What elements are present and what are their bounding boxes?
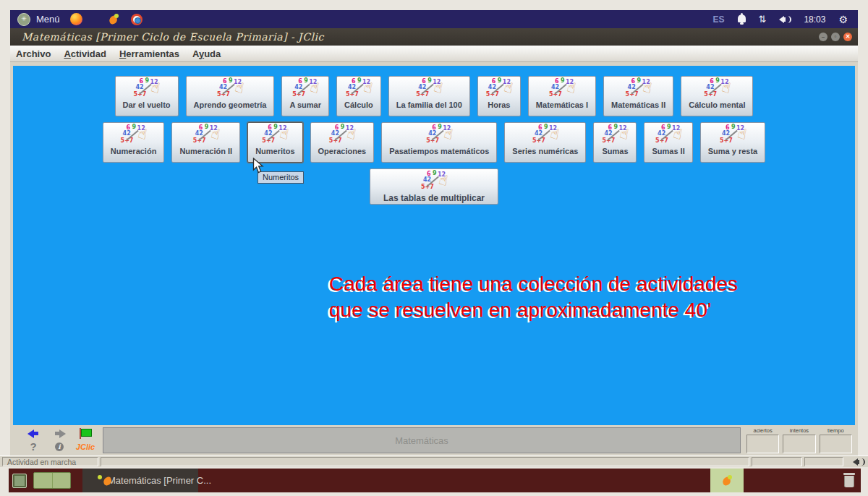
project-button-label: Sumas II [652,147,684,155]
message-text: Matemáticas [395,435,448,446]
jclic-project-icon: 6 9 12 42 5+7 ☝ [655,124,682,146]
jclic-project-icon: 6 9 12 42 5+7 ☝ [532,124,559,146]
jclic-project-icon: 6 9 12 42 5+7 ☝ [601,124,629,146]
project-button[interactable]: 6 9 12 42 5+7 ☝ La familia del 100 [388,76,470,116]
project-button-label: Series numéricas [512,147,578,155]
project-button[interactable]: 6 9 12 42 5+7 ☝ Sumas II [644,122,692,163]
panel-menu-button[interactable]: Menú [36,14,60,25]
project-button[interactable]: 6 9 12 42 5+7 ☝ Numeración [103,122,165,163]
counter-aciertos-value [746,435,779,453]
project-button[interactable]: 6 9 12 42 5+7 ☝ Matemáticas I [528,76,596,116]
project-menu-area: 6 9 12 42 5+7 ☝ Dar el vuelto 6 9 12 42 … [13,66,855,425]
project-button-label: Cálculo mental [689,101,745,109]
project-button[interactable]: 6 9 12 42 5+7 ☝ A sumar [281,76,329,116]
close-button[interactable]: ✕ [843,33,852,41]
info-button[interactable]: i [55,442,64,451]
project-button[interactable]: 6 9 12 42 5+7 ☝ Suma y resta [700,122,765,163]
project-button-label: Matemáticas I [536,101,588,109]
project-button-label: Numeración II [179,147,232,155]
jclic-project-icon: 6 9 12 42 5+7 ☝ [120,124,148,146]
jclic-project-icon: 6 9 12 42 5+7 ☝ [133,78,161,100]
keyboard-layout-indicator[interactable]: ES [712,14,724,25]
project-button-label: La familia del 100 [396,101,462,109]
active-launcher[interactable] [710,469,744,492]
desktop-top-panel: ✳ Menú ES ⇅ 18:03 ⚙ [10,10,858,28]
project-button[interactable]: 6 9 12 42 5+7 ☝ Las tablas de multiplica… [370,168,498,205]
jclic-project-icon: 6 9 12 42 5+7 ☝ [625,78,652,100]
jclic-project-icon: 6 9 12 42 5+7 ☝ [328,124,356,146]
speaker-icon[interactable] [853,458,864,466]
project-button-label: Horas [488,101,510,109]
projects-row1: 6 9 12 42 5+7 ☝ Dar el vuelto 6 9 12 42 … [13,76,855,116]
counter-intentos: intentos [783,428,815,453]
jclic-project-icon: 6 9 12 42 5+7 ☝ [216,78,244,100]
forward-arrow-button[interactable] [54,429,66,438]
project-button-label: Las tablas de multiplicar [383,193,485,203]
jclic-logo-button[interactable]: JClic [76,442,95,451]
project-button[interactable]: 6 9 12 42 5+7 ☝ Aprendo geometría [186,76,275,116]
help-button[interactable]: ? [30,441,36,452]
maximize-button[interactable]: ▫ [831,33,840,41]
back-arrow-button[interactable] [27,429,40,438]
jclic-project-icon: 6 9 12 42 5+7 ☝ [292,78,319,100]
menu-archivo[interactable]: Archivo [16,48,51,59]
project-button[interactable]: 6 9 12 42 5+7 ☝ Pasatiempos matemáticos [381,122,497,163]
clock[interactable]: 18:03 [804,14,825,25]
project-button-label: A sumar [289,101,321,109]
session-gear-icon[interactable]: ⚙ [838,14,848,25]
player-nav-buttons: ? i JClic [25,427,94,453]
firefox-icon[interactable] [70,13,82,25]
jclic-launcher-icon[interactable] [109,14,119,25]
project-button[interactable]: 6 9 12 42 5+7 ☝ Cálculo mental [681,76,753,116]
annotation-text: Cada área tiene una colección de activid… [329,271,738,323]
network-updown-icon[interactable]: ⇅ [759,14,767,25]
project-button[interactable]: 6 9 12 42 5+7 ☝ Dar el vuelto [115,76,179,116]
pointing-hand-icon: ☝ [642,80,654,95]
jclic-player-frame: 6 9 12 42 5+7 ☝ Dar el vuelto 6 9 12 42 … [10,62,858,456]
status-box-2 [752,457,802,466]
project-button[interactable]: 6 9 12 42 5+7 ☝ Series numéricas [504,122,586,163]
status-bar: Actividad en marcha [0,456,868,467]
project-button-label: Sumas [602,147,628,155]
tooltip-numeritos: Numeritos [258,171,304,184]
project-button-label: Operaciones [318,147,367,155]
volume-icon[interactable] [779,15,791,24]
taskbar-window-label: Matemáticas [Primer C... [108,475,211,486]
minimize-button[interactable]: – [819,33,827,41]
project-button[interactable]: 6 9 12 42 5+7 ☝ Cálculo [336,76,381,116]
taskbar-window-button[interactable]: Matemáticas [Primer C... [82,469,198,492]
notifications-bell-icon[interactable] [738,14,746,22]
project-button[interactable]: 6 9 12 42 5+7 ☝ Numeritos [247,122,302,163]
workspace-switcher[interactable] [33,472,71,489]
projects-row2: 6 9 12 42 5+7 ☝ Numeración 6 9 12 42 5+7… [13,122,855,163]
distro-menu-icon[interactable]: ✳ [17,13,30,26]
menu-bar: Archivo Actividad Herramientas Ayuda [10,46,858,62]
status-speaker-cell [846,457,866,466]
trash-icon[interactable] [843,473,856,488]
counter-tiempo: tiempo [820,428,852,453]
annotation-line-2: que se resuelven en aproximadamente 40' [329,297,738,323]
project-button[interactable]: 6 9 12 42 5+7 ☝ Numeración II [171,122,240,163]
menu-herramientas[interactable]: Herramientas [119,48,179,59]
project-button[interactable]: 6 9 12 42 5+7 ☝ Matemáticas II [603,76,673,116]
counter-tiempo-value [820,435,852,453]
projects-row3: 6 9 12 42 5+7 ☝ Las tablas de multiplica… [370,168,498,205]
show-desktop-icon[interactable] [12,474,27,488]
menu-actividad[interactable]: Actividad [64,48,106,59]
mouse-cursor [252,158,264,177]
return-flag-button[interactable] [78,428,93,439]
menu-ayuda[interactable]: Ayuda [192,48,221,59]
webcam-app-icon[interactable] [131,14,142,25]
pointing-hand-icon: ☝ [618,126,631,142]
project-button-label: Pasatiempos matemáticos [389,147,489,155]
project-button[interactable]: 6 9 12 42 5+7 ☝ Horas [477,76,521,116]
jclic-project-icon: 6 9 12 42 5+7 ☝ [192,124,220,146]
counter-aciertos: aciertos [746,428,779,453]
jclic-project-icon: 6 9 12 42 5+7 ☝ [425,124,453,146]
jclic-project-icon: 6 9 12 42 5+7 ☝ [548,78,576,100]
jclic-project-icon: 6 9 12 42 5+7 ☝ [261,124,289,146]
project-button[interactable]: 6 9 12 42 5+7 ☝ Sumas [593,122,637,163]
window-titlebar: Matemáticas [Primer Ciclo de Escuela Pri… [10,28,858,46]
project-button[interactable]: 6 9 12 42 5+7 ☝ Operaciones [310,122,375,163]
counter-intentos-value [783,435,815,453]
